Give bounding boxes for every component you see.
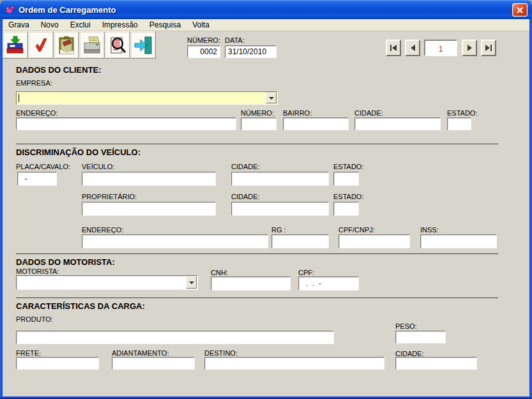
- section-veiculo-heading: DISCRIMINAÇÃO DO VEÍCULO:: [16, 147, 141, 157]
- header-data-label: DATA:: [225, 36, 245, 44]
- peso-label: PESO:: [395, 322, 417, 330]
- produto-input[interactable]: [16, 331, 334, 344]
- proprietario-cidade-input[interactable]: [231, 202, 329, 216]
- toolbar-exit-button[interactable]: [130, 31, 156, 59]
- cliente-estado-label: ESTADO:: [447, 109, 477, 117]
- app-window: Ordem de Carregamento Grava Novo Exclui …: [0, 0, 532, 399]
- section-divider: [16, 144, 498, 144]
- motorista-dropdown-button[interactable]: [186, 276, 197, 289]
- window-border-right: [529, 19, 532, 396]
- frete-input[interactable]: [16, 357, 99, 370]
- next-record-icon: [467, 45, 472, 51]
- rg-input[interactable]: [271, 234, 329, 248]
- menu-volta[interactable]: Volta: [186, 20, 215, 29]
- exit-door-icon: [133, 35, 153, 56]
- cpf-cnpj-label: CPF/CNPJ:: [338, 226, 375, 234]
- placa-cavalo-label: PLACA/CAVALO:: [16, 163, 70, 170]
- veiculo-estado-input[interactable]: [333, 172, 359, 186]
- nav-page-input[interactable]: [424, 40, 457, 56]
- cliente-endereco-label: ENDEREÇO:: [16, 109, 57, 117]
- cpf-label: CPF:: [298, 269, 314, 276]
- proprietario-estado-input[interactable]: [333, 202, 359, 216]
- title-bar: Ordem de Carregamento: [0, 0, 532, 19]
- frete-label: FRETE:: [16, 349, 41, 357]
- empresa-dropdown-button[interactable]: [266, 93, 277, 103]
- chevron-down-icon: [189, 282, 194, 284]
- menu-exclui[interactable]: Exclui: [65, 20, 96, 29]
- section-divider: [16, 253, 498, 254]
- motorista-label: MOTORISTA:: [16, 267, 59, 275]
- toolbar-preview-button[interactable]: [105, 31, 130, 59]
- cliente-bairro-label: BAIRRO:: [283, 109, 312, 117]
- veiculo-cidade-label: CIDADE:: [231, 163, 260, 170]
- cpf-cnpj-input[interactable]: [338, 234, 410, 248]
- proprietario-input[interactable]: [82, 202, 216, 216]
- empresa-label: EMPRESA:: [16, 79, 52, 87]
- proprietario-endereco-label: ENDEREÇO:: [82, 226, 123, 234]
- window-border-left: [0, 19, 3, 396]
- adiantamento-label: ADIANTAMENTO:: [112, 349, 169, 357]
- menu-novo[interactable]: Novo: [35, 20, 65, 29]
- app-icon: [5, 4, 15, 15]
- close-icon: [516, 6, 524, 14]
- close-button[interactable]: [512, 3, 528, 17]
- section-carga-heading: CARACTERÍSTICAS DA CARGA:: [16, 301, 145, 311]
- header-numero-input[interactable]: [187, 45, 220, 58]
- header-data-input[interactable]: [225, 45, 277, 58]
- cnh-input[interactable]: [211, 276, 291, 290]
- proprietario-estado-label: ESTADO:: [333, 193, 363, 200]
- menu-pesquisa[interactable]: Pesquisa: [144, 20, 186, 29]
- cliente-bairro-input[interactable]: [283, 117, 349, 130]
- nav-next-button[interactable]: [462, 40, 477, 56]
- cliente-endereco-input[interactable]: [16, 117, 236, 130]
- veiculo-cidade-input[interactable]: [231, 172, 329, 186]
- peso-input[interactable]: [395, 331, 446, 343]
- nav-prev-button[interactable]: [405, 40, 420, 56]
- last-record-icon: [485, 45, 490, 51]
- toolbar-confirm-button[interactable]: [28, 31, 54, 59]
- menu-impressao[interactable]: Impressão: [96, 20, 144, 29]
- menu-grava[interactable]: Grava: [3, 20, 35, 29]
- inss-label: INSS:: [420, 226, 439, 234]
- print-icon: [82, 35, 102, 56]
- header-numero-label: NÚMERO:: [187, 36, 220, 44]
- inss-input[interactable]: [420, 234, 497, 248]
- cliente-cidade-input[interactable]: [354, 117, 441, 130]
- cpf-input[interactable]: [298, 276, 359, 290]
- window-title: Ordem de Carregamento: [19, 5, 116, 15]
- text-caret: [19, 94, 19, 102]
- confirm-check-icon: [31, 35, 51, 56]
- veiculo-input[interactable]: [82, 172, 216, 186]
- destino-input[interactable]: [204, 357, 384, 370]
- menu-bar: Grava Novo Exclui Impressão Pesquisa Vol…: [3, 19, 529, 31]
- section-motorista-heading: DADOS DO MOTORISTA:: [16, 257, 115, 267]
- cliente-cidade-label: CIDADE:: [354, 109, 383, 117]
- cliente-numero-input[interactable]: [241, 117, 277, 130]
- section-divider: [16, 297, 498, 298]
- print-preview-icon: [107, 35, 128, 56]
- toolbar-save-button[interactable]: [3, 31, 28, 59]
- veiculo-estado-label: ESTADO:: [333, 163, 363, 170]
- toolbar: [3, 31, 156, 59]
- prev-record-icon: [411, 45, 415, 51]
- produto-label: PRODUTO:: [16, 315, 53, 323]
- toolbar-print-button[interactable]: [79, 31, 105, 59]
- nav-first-button[interactable]: [386, 40, 401, 56]
- nav-last-button[interactable]: [481, 40, 496, 56]
- save-icon: [5, 35, 26, 56]
- section-cliente-heading: DADOS DO CLIENTE:: [16, 65, 102, 75]
- cnh-label: CNH:: [211, 269, 228, 276]
- proprietario-label: PROPRIETÁRIO:: [82, 193, 137, 200]
- toolbar-clear-button[interactable]: [54, 31, 79, 59]
- rg-label: RG :: [271, 226, 286, 234]
- carga-cidade-input[interactable]: [395, 357, 477, 370]
- adiantamento-input[interactable]: [112, 357, 195, 370]
- destino-label: DESTINO:: [204, 349, 238, 357]
- window-border-bottom: [0, 396, 532, 399]
- proprietario-endereco-input[interactable]: [82, 234, 268, 248]
- placa-cavalo-input[interactable]: [17, 172, 57, 186]
- empresa-combobox[interactable]: [16, 91, 278, 105]
- motorista-combobox[interactable]: [16, 275, 198, 290]
- first-record-icon: [390, 45, 391, 51]
- cliente-estado-input[interactable]: [447, 117, 471, 130]
